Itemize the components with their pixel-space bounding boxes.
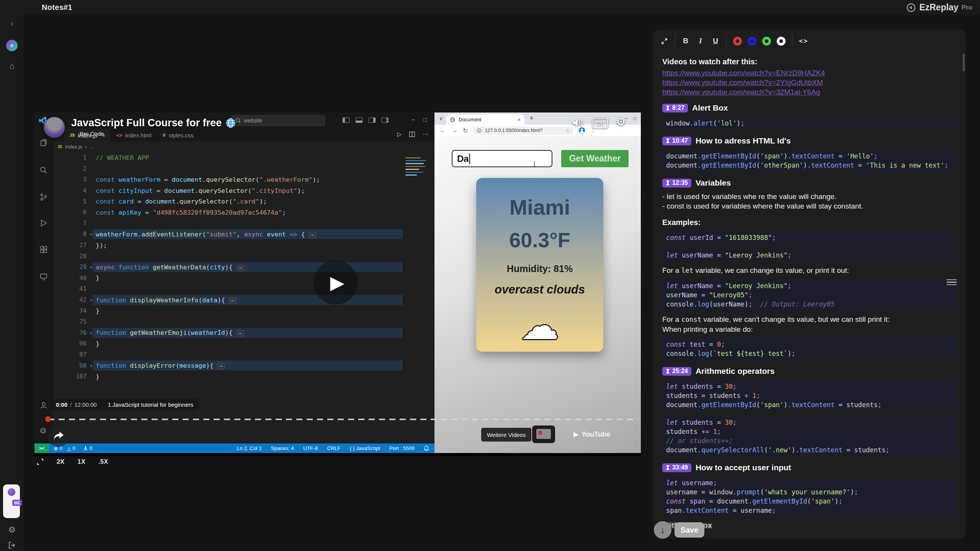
vscode-search-box[interactable]: website bbox=[231, 115, 325, 126]
sidebar-expand-chevron-icon[interactable]: › bbox=[0, 19, 24, 28]
note-code-block[interactable]: window.alert('lol'); bbox=[662, 117, 957, 129]
layout-toggle-icons[interactable] bbox=[343, 117, 389, 123]
video-player[interactable]: ≡ website − □ JS index.js × bbox=[34, 112, 641, 456]
back-icon[interactable]: ← bbox=[440, 127, 446, 134]
speed-05x-button[interactable]: .5X bbox=[98, 458, 108, 465]
maximize-icon[interactable]: □ bbox=[423, 116, 426, 123]
minimize-icon[interactable]: − bbox=[412, 116, 415, 123]
timestamp-badge[interactable]: 10:47 bbox=[662, 137, 691, 145]
tab-search-chevron-icon[interactable]: ∨ bbox=[439, 116, 443, 121]
code-row[interactable]: 96} bbox=[53, 338, 434, 349]
fullscreen-icon[interactable] bbox=[37, 458, 44, 465]
panel-left-icon[interactable] bbox=[343, 117, 350, 123]
note-code-block[interactable]: const userId = "1618033988"; bbox=[662, 231, 957, 244]
captions-button[interactable]: CC bbox=[593, 118, 608, 128]
tab-styles-css[interactable]: # styles.css bbox=[157, 129, 199, 142]
encoding[interactable]: UTF-8 bbox=[303, 445, 318, 451]
language-mode[interactable]: { } JavaScript bbox=[350, 445, 380, 451]
note-link[interactable]: https://www.youtube.com/watch?v=2YIgGdUt… bbox=[662, 78, 957, 87]
code-editor[interactable]: 1// WEATHER APP23const weatherForm = doc… bbox=[53, 152, 434, 382]
bookmark-star-icon[interactable]: ☆ bbox=[565, 128, 570, 134]
color-swatch-3[interactable] bbox=[777, 37, 786, 46]
code-block-button[interactable]: <> bbox=[799, 37, 808, 45]
play-button[interactable]: ▶ bbox=[314, 260, 358, 305]
explorer-icon[interactable] bbox=[39, 139, 48, 147]
bell-icon[interactable] bbox=[424, 445, 429, 451]
remote-indicator[interactable]: >< bbox=[34, 443, 49, 453]
youtube-logo[interactable]: ▶ YouTube bbox=[573, 430, 611, 439]
maximize-icon[interactable]: □ bbox=[633, 116, 636, 121]
download-button[interactable]: ↓ bbox=[654, 521, 671, 539]
home-icon[interactable]: ⌂ bbox=[0, 61, 24, 71]
fold-chevron-icon[interactable]: › bbox=[87, 264, 96, 270]
forward-icon[interactable]: → bbox=[451, 127, 457, 134]
bold-button[interactable]: B bbox=[681, 37, 690, 45]
note-code-block[interactable]: let students = 30;students += 1;// or st… bbox=[662, 416, 957, 456]
source-control-icon[interactable] bbox=[39, 193, 48, 201]
code-row[interactable]: 3const weatherForm = document.querySelec… bbox=[53, 174, 434, 185]
browser-menu-icon[interactable]: ⋮ bbox=[590, 127, 596, 134]
code-row[interactable]: 28 bbox=[53, 251, 434, 262]
code-row[interactable]: 40} bbox=[53, 273, 434, 284]
code-row[interactable]: 42›function displayWeatherInfo(data){⋯ bbox=[53, 295, 434, 306]
color-swatch-1[interactable] bbox=[748, 37, 756, 46]
timestamp-badge[interactable]: 12:35 bbox=[662, 179, 691, 187]
fold-chevron-icon[interactable]: › bbox=[87, 330, 96, 336]
layout-grid-icon[interactable] bbox=[382, 117, 389, 123]
browser-tab[interactable]: Document × bbox=[446, 114, 524, 125]
progress-bar[interactable] bbox=[48, 419, 638, 420]
note-link[interactable]: https://www.youtube.com/watch?v=ENrzD9HA… bbox=[662, 68, 957, 77]
timestamp-badge[interactable]: 33:49 bbox=[662, 463, 691, 472]
expand-icon[interactable] bbox=[661, 37, 668, 45]
remote-explorer-icon[interactable] bbox=[39, 272, 48, 281]
profile-avatar-icon[interactable] bbox=[579, 127, 585, 134]
code-row[interactable]: 2 bbox=[53, 163, 434, 174]
drag-handle-icon[interactable] bbox=[947, 279, 957, 285]
player-settings-gear-icon[interactable]: ⚙ bbox=[616, 117, 626, 127]
color-swatch-0[interactable] bbox=[733, 37, 742, 46]
folded-code-icon[interactable]: ⋯ bbox=[237, 265, 244, 271]
minimap[interactable] bbox=[404, 155, 428, 186]
folded-code-icon[interactable]: ⋯ bbox=[237, 330, 244, 336]
code-row[interactable]: 1// WEATHER APP bbox=[53, 152, 434, 163]
note-code-block[interactable]: let userName = "Leeroy Jenkins"; bbox=[662, 249, 957, 261]
run-icon[interactable]: ▷ bbox=[397, 131, 402, 138]
city-input[interactable]: Da bbox=[452, 150, 552, 167]
code-row[interactable]: 75 bbox=[53, 316, 434, 328]
notes-content[interactable]: Videos to watch after this:https://www.y… bbox=[653, 52, 966, 539]
channel-avatar[interactable] bbox=[44, 117, 65, 138]
note-code-block[interactable]: let userName = "Leeroy Jenkins";userName… bbox=[662, 280, 957, 310]
save-button[interactable]: Save bbox=[675, 522, 704, 538]
eol-sequence[interactable]: CRLF bbox=[327, 445, 340, 451]
breadcrumb[interactable]: JS index.js › … bbox=[57, 142, 95, 151]
indentation[interactable]: Spaces: 4 bbox=[271, 445, 294, 451]
timestamp-badge[interactable]: 25:24 bbox=[662, 367, 691, 376]
site-info-icon[interactable] bbox=[477, 128, 482, 133]
speed-1x-button[interactable]: 1X bbox=[78, 458, 86, 465]
ports-indicator[interactable]: 0 bbox=[83, 445, 93, 451]
run-debug-icon[interactable] bbox=[39, 219, 48, 227]
live-server-port[interactable]: Port : 5500 bbox=[389, 445, 415, 451]
warnings-indicator[interactable]: △ 0 bbox=[67, 445, 75, 452]
timestamp-badge[interactable]: 8:27 bbox=[662, 104, 688, 112]
code-row[interactable]: 29›async function getWeatherData(city){⋯ bbox=[53, 262, 434, 273]
code-row[interactable]: 97 bbox=[53, 349, 434, 360]
panel-bottom-icon[interactable] bbox=[356, 117, 363, 123]
fold-chevron-icon[interactable]: › bbox=[87, 363, 96, 369]
split-editor-icon[interactable] bbox=[409, 132, 415, 137]
note-code-block[interactable]: let username;username = window.prompt('w… bbox=[662, 477, 957, 517]
more-videos-pill[interactable]: Weitere Videos bbox=[481, 428, 531, 442]
settings-gear-icon[interactable]: ⚙ bbox=[0, 525, 24, 535]
more-actions-icon[interactable]: ⋯ bbox=[423, 131, 428, 138]
account-icon[interactable] bbox=[39, 401, 48, 409]
color-swatch-2[interactable] bbox=[762, 37, 771, 46]
folded-code-icon[interactable]: ⋯ bbox=[309, 232, 316, 238]
fold-chevron-icon[interactable]: › bbox=[87, 297, 96, 303]
note-code-block[interactable]: const test = 0;console.log(`test ${test}… bbox=[662, 338, 957, 360]
code-row[interactable]: 41 bbox=[53, 284, 434, 295]
folded-code-icon[interactable]: ⋯ bbox=[217, 363, 225, 369]
search-icon[interactable] bbox=[39, 166, 48, 174]
address-bar[interactable]: 127.0.0.1:5500/index.html? ☆ bbox=[473, 126, 573, 135]
cursor-position[interactable]: Ln 2, Col 1 bbox=[237, 445, 262, 451]
note-link[interactable]: https://www.youtube.com/watch?v=32M1al-Y… bbox=[662, 88, 957, 96]
